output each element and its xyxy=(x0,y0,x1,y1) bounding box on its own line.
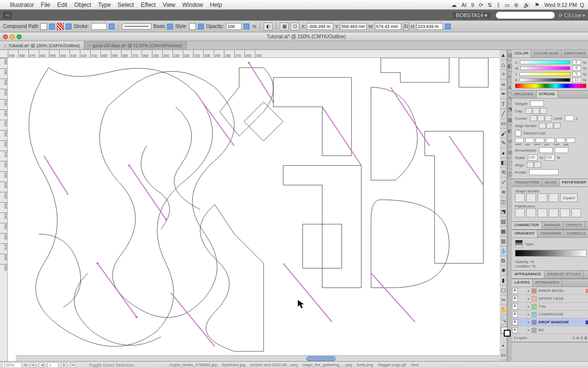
layer-row[interactable]: 👁▸DROP SHADOW xyxy=(512,318,588,326)
selection-tool-icon[interactable]: ▲ xyxy=(500,50,507,60)
strip-icon[interactable]: ⊞ xyxy=(508,147,512,158)
align-tab[interactable]: ALIGN xyxy=(542,179,560,186)
trim-icon[interactable] xyxy=(526,209,536,217)
transparency-tab[interactable]: TRANSPAR xyxy=(538,230,564,237)
paintbrush-tool-icon[interactable]: 🖌 xyxy=(500,129,507,138)
arrowhead-end[interactable] xyxy=(555,147,568,153)
strip-icon[interactable]: ≡ xyxy=(508,72,512,82)
strip-icon[interactable]: ⬔ xyxy=(508,104,512,115)
divide-icon[interactable] xyxy=(515,209,525,217)
mac-clock[interactable]: Wed 9:12 PM xyxy=(544,2,577,8)
merge-icon[interactable] xyxy=(538,209,547,217)
stroke-profile[interactable] xyxy=(529,169,559,175)
dock-item[interactable]: fonts.png xyxy=(357,362,373,368)
width-tool-icon[interactable]: ≋ xyxy=(500,187,507,197)
gradient-tool-icon[interactable]: ▥ xyxy=(500,237,507,246)
visibility-icon[interactable]: 👁 xyxy=(512,327,518,333)
strip-icon[interactable]: ▤ xyxy=(508,50,512,61)
mesh-tool-icon[interactable]: ▦ xyxy=(500,227,507,237)
document-tab-1[interactable]: ×Tutorial.ai* @ 150% (CMYK/Outline) xyxy=(0,41,84,50)
display-icon[interactable]: ▭ xyxy=(505,2,510,8)
style-dropdown[interactable] xyxy=(198,24,204,29)
cloud-icon[interactable]: ☁ xyxy=(451,2,457,8)
eraser-tool-icon[interactable]: ◧ xyxy=(500,158,507,168)
dash-field[interactable] xyxy=(515,138,524,143)
dock-item[interactable]: Symbols4.jpg xyxy=(222,362,245,368)
gradient-tab[interactable]: GRADIENT xyxy=(512,230,538,237)
swatches-tab[interactable]: SWATCHES xyxy=(562,50,588,57)
dock-item[interactable]: Screen shot 2012-08....png xyxy=(250,362,298,368)
brush-dropdown[interactable] xyxy=(167,24,173,29)
window-zoom-icon[interactable] xyxy=(17,34,22,39)
link-icon[interactable]: ⇅ xyxy=(488,2,492,8)
shape-builder-tool-icon[interactable]: ⬔ xyxy=(500,207,507,217)
dash-field[interactable] xyxy=(536,138,544,143)
menu-help[interactable]: Help xyxy=(210,1,222,8)
layers-tab[interactable]: LAYERS xyxy=(512,279,533,287)
pathfinder-tab[interactable]: PATHFINDER xyxy=(560,179,588,186)
character-tab[interactable]: CHARACTER xyxy=(512,222,542,229)
arrow-align-b-icon[interactable] xyxy=(534,162,541,168)
dash-field[interactable] xyxy=(556,138,565,143)
align-center-icon[interactable] xyxy=(539,123,546,129)
stroke-dropdown[interactable] xyxy=(66,24,72,29)
rectangle-tool-icon[interactable]: ▭ xyxy=(500,119,507,129)
menu-file[interactable]: File xyxy=(41,1,50,8)
magic-wand-tool-icon[interactable]: ✧ xyxy=(500,70,507,79)
menu-effect[interactable]: Effect xyxy=(141,1,155,8)
type-tool-icon[interactable]: T xyxy=(500,99,507,109)
paragraph-tab[interactable]: PARAGR xyxy=(542,222,564,229)
gap-field[interactable] xyxy=(566,138,575,143)
style-swatch[interactable] xyxy=(189,23,196,30)
strip-icon[interactable]: A xyxy=(508,82,512,93)
strip-icon[interactable]: ◧ xyxy=(508,61,512,72)
window-close-icon[interactable] xyxy=(3,34,8,39)
close-tab-icon[interactable]: × xyxy=(4,43,6,48)
layer-row[interactable]: 👁▸This xyxy=(512,303,588,311)
help-search-input[interactable] xyxy=(496,12,555,19)
zoom-tool-icon[interactable]: 🔍 xyxy=(500,315,507,325)
stroke-weight-dropdown[interactable] xyxy=(109,24,115,29)
color-mode-icon[interactable]: ▪ xyxy=(500,341,507,350)
dock-item[interactable]: Crypto_Notes_2708002.jpg xyxy=(169,362,217,368)
corner-miter-icon[interactable] xyxy=(530,115,537,121)
stroke-weight-field[interactable] xyxy=(530,101,544,106)
dock-item[interactable]: Dagger Logo.gif xyxy=(378,362,406,368)
layer-row[interactable]: 👁▸INNER BEVEL xyxy=(512,287,588,295)
menu-select[interactable]: Select xyxy=(118,1,134,8)
corner-bevel-icon[interactable] xyxy=(545,115,552,121)
reference-point-icon[interactable]: ⊡ xyxy=(291,23,299,30)
close-tab-icon[interactable]: × xyxy=(88,43,91,48)
expand-button[interactable]: Expand xyxy=(560,193,578,202)
artboard-canvas[interactable] xyxy=(8,58,500,361)
menu-view[interactable]: View xyxy=(163,1,175,8)
spotlight-icon[interactable]: Q xyxy=(580,2,584,8)
visibility-icon[interactable]: 👁 xyxy=(512,319,518,325)
transform-panel-icon[interactable]: ▦ xyxy=(280,23,289,30)
transform-more[interactable] xyxy=(445,24,451,29)
opentype-tab[interactable]: OPENTY xyxy=(564,222,585,229)
minus-back-icon[interactable] xyxy=(571,209,581,217)
brushes-tab[interactable]: BRUSHES xyxy=(512,91,537,98)
lasso-tool-icon[interactable]: ல xyxy=(500,79,507,89)
artboards-tab[interactable]: ARTBOARDS xyxy=(533,279,563,287)
strip-icon[interactable]: ◫ xyxy=(508,169,512,180)
strip-icon[interactable]: ⟳ xyxy=(508,136,512,147)
cap-round-icon[interactable] xyxy=(533,108,539,114)
dock-item[interactable]: Shot xyxy=(411,362,418,368)
cs-live-button[interactable]: ⟳ CS Live ▾ xyxy=(559,13,585,18)
adobe-icon[interactable]: AI xyxy=(462,2,466,8)
stroke-tab[interactable]: STROKE xyxy=(537,91,558,98)
arrow-scale-b[interactable]: 100 xyxy=(545,155,555,160)
appearance-tab[interactable]: APPEARANCE xyxy=(512,271,544,278)
free-transform-tool-icon[interactable]: ◫ xyxy=(500,197,507,207)
sync-icon[interactable]: ⟳ xyxy=(479,2,483,8)
horizontal-scrollbar[interactable] xyxy=(16,355,500,361)
color-tab[interactable]: COLOR xyxy=(512,50,531,57)
rotate-tool-icon[interactable]: ⟲ xyxy=(500,168,507,178)
symbol-sprayer-tool-icon[interactable]: ✺ xyxy=(500,266,507,276)
strip-icon[interactable]: ✎ xyxy=(508,93,512,104)
opacity-dropdown[interactable] xyxy=(244,24,249,29)
workspace-switcher[interactable]: BOBSTA14 ▾ xyxy=(451,11,492,20)
minus-front-icon[interactable] xyxy=(526,193,536,202)
